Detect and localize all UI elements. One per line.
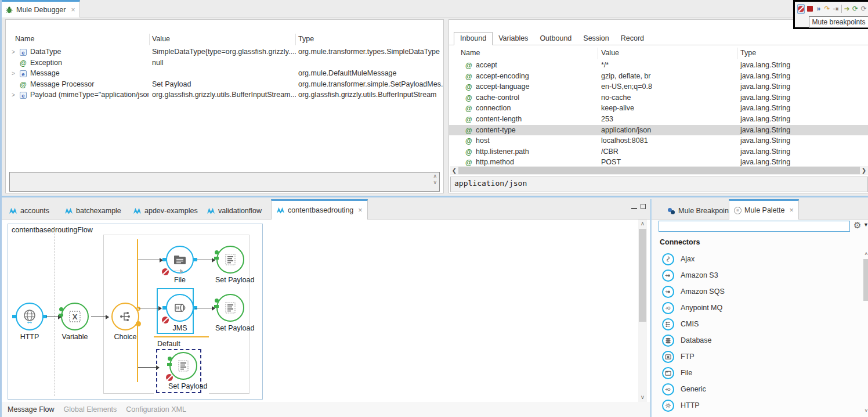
run-to-line-button[interactable]: ⇥ xyxy=(833,4,839,14)
refresh-button[interactable]: ⟳ xyxy=(852,4,859,14)
scrollbar-thumb[interactable] xyxy=(458,167,860,174)
tab-configuration-xml[interactable]: Configuration XML xyxy=(126,405,186,414)
scroll-left-icon[interactable]: ❮ xyxy=(450,167,458,174)
close-icon[interactable]: × xyxy=(71,6,75,14)
table-row[interactable]: @ http.listener.path /CBR java.lang.Stri… xyxy=(449,146,868,157)
col-header-value[interactable]: Value xyxy=(601,49,619,57)
debug-bug-icon xyxy=(5,6,13,14)
muted-breakpoint-icon[interactable] xyxy=(166,374,173,381)
vertical-scrollbar[interactable]: ˄ ˅ xyxy=(863,251,868,414)
table-row[interactable]: > e Message org.mule.DefaultMuleMessage xyxy=(6,68,443,79)
terminate-button[interactable] xyxy=(807,4,813,14)
table-row[interactable]: @ content-length 253 java.lang.String xyxy=(449,114,868,125)
flow-arrow xyxy=(91,317,108,317)
table-row[interactable]: @ Exception null xyxy=(6,57,443,69)
scrollbar-thumb[interactable] xyxy=(639,229,646,322)
table-row[interactable]: @ accept-language en-US,en;q=0.8 java.la… xyxy=(449,81,868,92)
tab-session[interactable]: Session xyxy=(577,33,614,45)
flow-node-http[interactable]: HTTP xyxy=(15,303,45,341)
tab-contentbasedrouting[interactable]: contentbasedrouting × xyxy=(271,199,368,220)
tab-mule-palette[interactable]: ≡ Mule Palette × xyxy=(729,199,799,220)
horizontal-scrollbar[interactable]: ❮ ❯ xyxy=(450,166,868,175)
flow-title: contentbasedroutingFlow xyxy=(12,226,93,234)
col-header-type[interactable]: Type xyxy=(740,49,756,57)
palette-search-input[interactable] xyxy=(659,221,850,232)
minimize-icon[interactable] xyxy=(631,204,637,209)
close-icon[interactable]: × xyxy=(358,206,362,214)
scroll-down-icon[interactable]: ˅ xyxy=(638,394,647,401)
maximize-icon[interactable] xyxy=(641,204,646,209)
table-row-selected[interactable]: @ content-type application/json java.lan… xyxy=(449,125,868,136)
col-header-type[interactable]: Type xyxy=(298,35,314,43)
property-value-preview[interactable]: application/json xyxy=(450,177,868,192)
tab-apdev-examples[interactable]: apdev-examples xyxy=(128,202,202,220)
connector-amazon-sqs[interactable]: Amazon SQS xyxy=(652,283,862,300)
vertical-scrollbar[interactable]: ˄ ˅ xyxy=(638,220,647,402)
close-icon[interactable]: × xyxy=(789,206,793,214)
palette-tab-label: Mule Palette xyxy=(744,206,784,214)
connector-ajax[interactable]: Ajax xyxy=(652,251,862,267)
variable-icon: X xyxy=(67,309,82,324)
table-row[interactable]: @ cache-control no-cache java.lang.Strin… xyxy=(449,92,868,103)
step-filters-button[interactable]: » xyxy=(816,4,822,14)
col-header-value[interactable]: Value xyxy=(152,35,170,43)
tab-outbound[interactable]: Outbound xyxy=(534,33,577,45)
tab-batchexample[interactable]: batchexample xyxy=(60,202,126,220)
flow-node-variable[interactable]: X Variable xyxy=(60,303,90,341)
table-row[interactable]: > e DataType SimpleDataType{type=org.gla… xyxy=(6,46,443,57)
table-row[interactable]: @ host localhost:8081 java.lang.String xyxy=(449,135,868,146)
scroll-up-icon[interactable]: ˄ xyxy=(638,221,647,227)
spinner-arrows[interactable]: ∧∨ xyxy=(433,174,437,185)
tab-mule-breakpoints[interactable]: Mule Breakpoints xyxy=(663,202,739,220)
tab-global-elements[interactable]: Global Elements xyxy=(64,405,117,414)
tab-record[interactable]: Record xyxy=(615,33,650,45)
connector-ftp[interactable]: FTP xyxy=(652,348,862,365)
restart-button[interactable]: ⟳ xyxy=(860,4,867,14)
mute-breakpoints-button[interactable] xyxy=(797,4,805,14)
flow-canvas[interactable]: contentbasedroutingFlow HTTP X Variable xyxy=(2,220,650,402)
connector-file[interactable]: File xyxy=(652,365,862,381)
tab-validationflow[interactable]: validationflow xyxy=(202,202,266,220)
tab-mule-debugger[interactable]: Mule Debugger × xyxy=(2,0,80,17)
connector-anypoint-mq[interactable]: Anypoint MQ xyxy=(652,300,862,316)
tab-variables[interactable]: Variables xyxy=(493,33,534,45)
set-payload-icon xyxy=(223,300,238,315)
globe-icon xyxy=(21,308,38,325)
scroll-up-icon[interactable]: ˄ xyxy=(863,251,868,257)
connector-cmis[interactable]: CMIS xyxy=(652,316,862,332)
debugger-expression-box[interactable]: ∧∨ xyxy=(9,172,440,192)
sash-divider[interactable] xyxy=(2,196,868,197)
flow-node-file[interactable]: File xyxy=(165,246,195,284)
scroll-right-icon[interactable]: ❯ xyxy=(860,167,868,174)
table-row[interactable]: @ accept */* java.lang.String xyxy=(449,60,868,71)
drop-to-frame-button[interactable]: ↷ xyxy=(824,4,830,14)
col-header-name[interactable]: Name xyxy=(461,49,480,57)
node-label: JMS xyxy=(165,324,195,332)
gear-icon[interactable]: ⚙ xyxy=(853,220,861,231)
scroll-down-icon[interactable]: ˅ xyxy=(863,408,868,414)
chevron-down-icon[interactable]: ▼ xyxy=(863,222,868,228)
tab-accounts[interactable]: accounts xyxy=(4,202,54,220)
col-header-name[interactable]: Name xyxy=(15,35,34,43)
connector-amazon-s3[interactable]: Amazon S3 xyxy=(652,267,862,283)
tab-message-flow[interactable]: Message Flow xyxy=(8,405,55,414)
flow-node-set-payload-2[interactable]: Set Payload xyxy=(215,294,245,332)
table-row[interactable]: @ accept-encoding gzip, deflate, br java… xyxy=(449,71,868,82)
tab-inbound[interactable]: Inbound xyxy=(454,32,493,45)
flow-node-set-payload-default[interactable]: Set Payload xyxy=(168,352,198,390)
table-row[interactable]: @ http.method POST java.lang.String xyxy=(449,157,868,167)
muted-breakpoint-icon[interactable] xyxy=(162,317,169,323)
muted-breakpoint-icon[interactable] xyxy=(162,268,169,275)
resume-button[interactable]: ➜ xyxy=(844,4,850,14)
flow-node-jms[interactable]: JMS xyxy=(165,294,195,332)
table-row[interactable]: @ Message Processor Set Payload org.mule… xyxy=(6,79,443,90)
flow-arrow xyxy=(138,308,161,308)
connector-http[interactable]: HTTP xyxy=(652,397,862,414)
connector-generic[interactable]: Generic xyxy=(652,381,862,397)
flow-node-choice[interactable]: Choice xyxy=(110,303,140,341)
connector-database[interactable]: Database xyxy=(652,332,862,348)
table-row[interactable]: > e Payload (mimeType="application/json"… xyxy=(6,89,443,100)
scrollbar-thumb[interactable] xyxy=(863,259,868,301)
flow-node-set-payload-1[interactable]: Set Payload xyxy=(215,246,245,284)
table-row[interactable]: @ connection keep-alive java.lang.String xyxy=(449,103,868,114)
